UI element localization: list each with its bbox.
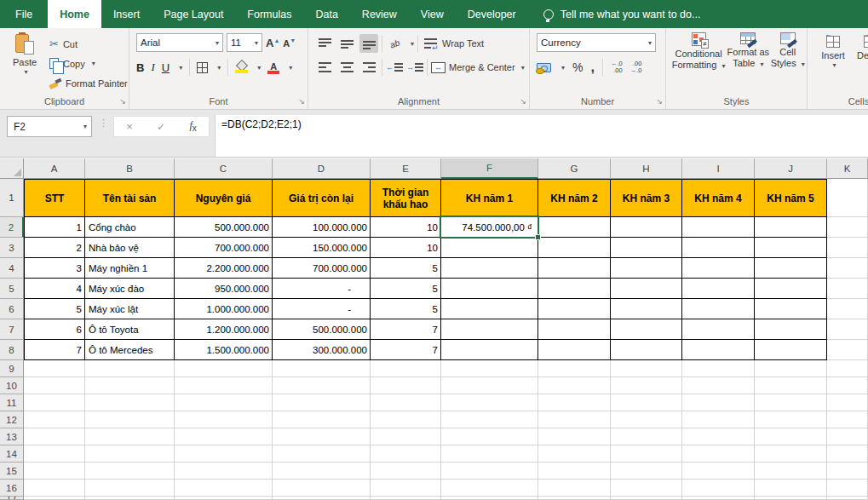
formula-input[interactable]: =DB(C2;D2;E2;1) xyxy=(215,115,868,157)
increase-decimal-button[interactable]: ←.0 .00 xyxy=(611,60,623,74)
orientation-button[interactable]: ab xyxy=(386,34,405,53)
number-format-combo[interactable]: Currency ▾ xyxy=(537,33,656,52)
cell-C4[interactable]: 2.200.000.000 xyxy=(175,258,273,279)
cell-H7[interactable] xyxy=(611,319,682,340)
cell-E8[interactable]: 7 xyxy=(371,340,441,360)
top-align-button[interactable] xyxy=(315,34,334,53)
cell-D1[interactable]: Giá trị còn lại xyxy=(273,179,371,217)
cell-G4[interactable] xyxy=(538,258,611,279)
borders-dropdown-arrow[interactable]: ▾ xyxy=(217,64,221,72)
font-dialog-launcher[interactable]: ↘ xyxy=(298,98,305,106)
cell-F5[interactable] xyxy=(441,279,538,299)
cell-G6[interactable] xyxy=(538,299,611,319)
col-header-J[interactable]: J xyxy=(755,158,827,179)
align-center-button[interactable] xyxy=(337,58,356,77)
conditional-formatting-button[interactable]: Conditional Formatting ▾ xyxy=(671,28,726,91)
row-header-7[interactable]: 7 xyxy=(0,319,24,340)
cell-G5[interactable] xyxy=(538,279,611,299)
cell-A16[interactable] xyxy=(24,480,85,497)
row-header-14[interactable]: 14 xyxy=(0,445,24,463)
cell-B8[interactable]: Ô tô Mercedes xyxy=(85,340,175,360)
cell-C11[interactable] xyxy=(175,394,273,411)
cell-B16[interactable] xyxy=(85,480,175,497)
cell-K13[interactable] xyxy=(827,428,868,445)
cell-F13[interactable] xyxy=(441,428,538,445)
name-box-dropdown-arrow[interactable]: ▾ xyxy=(83,123,87,130)
cell-C8[interactable]: 1.500.000.000 xyxy=(175,340,273,360)
cell-D17[interactable] xyxy=(273,497,371,500)
row-header-6[interactable]: 6 xyxy=(0,299,24,319)
comma-style-button[interactable]: , xyxy=(590,64,594,71)
cell-H15[interactable] xyxy=(611,463,682,480)
cell-C3[interactable]: 700.000.000 xyxy=(175,238,273,258)
cell-J9[interactable] xyxy=(755,360,827,377)
cell-D3[interactable]: 150.000.000 xyxy=(273,238,371,258)
cell-G15[interactable] xyxy=(538,463,611,480)
fill-color-icon[interactable] xyxy=(235,61,248,73)
cell-D15[interactable] xyxy=(273,463,371,480)
cell-H9[interactable] xyxy=(611,360,682,377)
cell-I11[interactable] xyxy=(682,394,755,411)
cell-F9[interactable] xyxy=(441,360,538,377)
cell-I6[interactable] xyxy=(682,299,755,319)
decrease-indent-button[interactable]: ← xyxy=(386,62,403,72)
enter-button[interactable]: ✓ xyxy=(157,121,165,133)
cell-F4[interactable] xyxy=(441,258,538,279)
merge-center-button[interactable]: Merge & Center xyxy=(449,62,515,72)
format-painter-button[interactable]: Format Painter xyxy=(49,74,128,92)
cell-D16[interactable] xyxy=(273,480,371,497)
cell-H5[interactable] xyxy=(611,279,682,299)
cell-G16[interactable] xyxy=(538,480,611,497)
cell-I7[interactable] xyxy=(682,319,755,340)
cell-K6[interactable] xyxy=(827,299,868,319)
cell-J3[interactable] xyxy=(755,238,827,258)
cell-H14[interactable] xyxy=(611,445,682,463)
cell-E4[interactable]: 5 xyxy=(371,258,441,279)
cell-K1[interactable] xyxy=(827,179,868,217)
cell-K12[interactable] xyxy=(827,411,868,428)
cell-K10[interactable] xyxy=(827,377,868,394)
insert-dropdown-arrow[interactable]: ▾ xyxy=(832,61,836,69)
col-header-F[interactable]: F xyxy=(441,158,538,179)
cell-D9[interactable] xyxy=(273,360,371,377)
cell-J13[interactable] xyxy=(755,428,827,445)
cell-D2[interactable]: 100.000.000 xyxy=(273,217,371,238)
cell-C1[interactable]: Nguyên giá xyxy=(175,179,273,217)
cell-A14[interactable] xyxy=(24,445,85,463)
cell-C12[interactable] xyxy=(175,411,273,428)
cell-K16[interactable] xyxy=(827,480,868,497)
cell-D10[interactable] xyxy=(273,377,371,394)
cell-A10[interactable] xyxy=(24,377,85,394)
cell-A5[interactable]: 4 xyxy=(24,279,85,299)
font-size-dropdown-arrow[interactable]: ▾ xyxy=(255,39,258,47)
cell-E10[interactable] xyxy=(371,377,441,394)
cell-D4[interactable]: 700.000.000 xyxy=(273,258,371,279)
cell-C2[interactable]: 500.000.000 xyxy=(175,217,273,238)
cell-A6[interactable]: 5 xyxy=(24,299,85,319)
accounting-format-button[interactable] xyxy=(537,63,551,72)
middle-align-button[interactable] xyxy=(337,34,356,53)
row-header-12[interactable]: 12 xyxy=(0,411,24,428)
cell-F3[interactable] xyxy=(441,238,538,258)
align-right-button[interactable] xyxy=(359,58,378,77)
cell-C15[interactable] xyxy=(175,463,273,480)
tab-formulas[interactable]: Formulas xyxy=(235,0,303,28)
cell-D5[interactable]: - xyxy=(273,279,371,299)
cell-D7[interactable]: 500.000.000 xyxy=(273,319,371,340)
cell-J11[interactable] xyxy=(755,394,827,411)
cell-I13[interactable] xyxy=(682,428,755,445)
cell-A15[interactable] xyxy=(24,463,85,480)
bottom-align-button[interactable] xyxy=(359,34,378,53)
cell-I10[interactable] xyxy=(682,377,755,394)
font-size-combo[interactable]: 11 ▾ xyxy=(227,33,262,52)
cell-C9[interactable] xyxy=(175,360,273,377)
cell-B3[interactable]: Nhà bảo vệ xyxy=(85,238,175,258)
insert-function-button[interactable]: fx xyxy=(189,119,196,133)
cell-I5[interactable] xyxy=(682,279,755,299)
cell-E16[interactable] xyxy=(371,480,441,497)
align-left-button[interactable] xyxy=(315,58,334,77)
cell-I9[interactable] xyxy=(682,360,755,377)
row-header-2[interactable]: 2 xyxy=(0,217,24,238)
cell-I3[interactable] xyxy=(682,238,755,258)
number-dialog-launcher[interactable]: ↘ xyxy=(656,98,663,106)
